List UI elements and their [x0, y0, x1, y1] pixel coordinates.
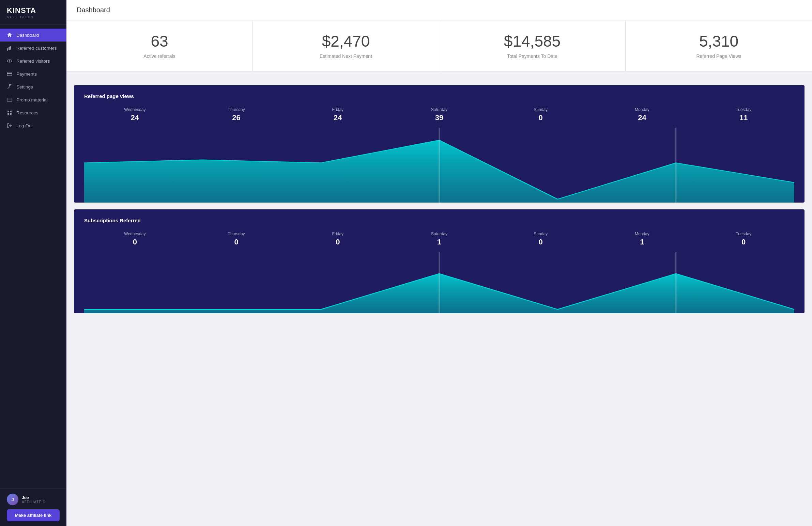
- chart-day-2: Friday: [287, 107, 389, 112]
- chart-col-6: Tuesday 0: [693, 231, 794, 252]
- chart-col-5: Monday 24: [592, 107, 693, 128]
- sidebar-item-label: Log Out: [16, 123, 33, 129]
- chart-col-1: Thursday 0: [186, 231, 287, 252]
- subs-columns: Wednesday 0 Thursday 0 Friday 0 Saturday…: [84, 231, 794, 252]
- chart-day-3: Saturday: [389, 107, 490, 112]
- eye-icon: [7, 58, 12, 64]
- page-title: Dashboard: [77, 6, 802, 14]
- sidebar-item-referred-visitors[interactable]: Referred visitors: [0, 55, 67, 67]
- main-content-area: Dashboard 63 Active referrals $2,470 Est…: [67, 0, 812, 526]
- chart-num-3: 39: [389, 114, 490, 122]
- subs-chart-svg-wrap: [84, 252, 794, 313]
- logo-sub: AFFILIATES: [7, 15, 60, 19]
- chart-col-1: Thursday 26: [186, 107, 287, 128]
- chart-col-4: Sunday 0: [490, 231, 592, 252]
- chart-col-2: Friday 24: [287, 107, 389, 128]
- chart-num-5: 1: [592, 238, 693, 246]
- charts-area: Referred page views Wednesday 24 Thursda…: [67, 78, 812, 327]
- chart-day-5: Monday: [592, 107, 693, 112]
- sidebar-item-promo-material[interactable]: Promo material: [0, 93, 67, 106]
- sidebar: KINSTA AFFILIATES Dashboard Referred cus…: [0, 0, 67, 526]
- chart-col-3: Saturday 39: [389, 107, 490, 128]
- logo-area: KINSTA AFFILIATES: [0, 0, 67, 25]
- chart-num-0: 24: [84, 114, 186, 122]
- nav: Dashboard Referred customers Referred vi…: [0, 25, 67, 489]
- chart-col-3: Saturday 1: [389, 231, 490, 252]
- sidebar-item-payments[interactable]: Payments: [0, 67, 67, 80]
- chart-col-4: Sunday 0: [490, 107, 592, 128]
- home-icon: [7, 32, 12, 38]
- sidebar-item-label: Settings: [16, 85, 33, 90]
- svg-rect-6: [10, 111, 12, 112]
- sidebar-item-settings[interactable]: Settings: [0, 80, 67, 93]
- stat-card-0: 63 Active referrals: [67, 20, 253, 71]
- chart-num-3: 1: [389, 238, 490, 246]
- user-id: AFFILIATEID: [22, 500, 46, 504]
- svg-rect-4: [7, 98, 12, 102]
- sidebar-item-label: Dashboard: [16, 33, 39, 38]
- chart-num-2: 24: [287, 114, 389, 122]
- chart-num-6: 11: [693, 114, 794, 122]
- chart-col-5: Monday 1: [592, 231, 693, 252]
- subscriptions-chart: Subscriptions Referred Wednesday 0 Thurs…: [74, 209, 804, 313]
- logout-icon: [7, 123, 12, 129]
- chart-col-0: Wednesday 0: [84, 231, 186, 252]
- user-name: Joe: [22, 495, 46, 500]
- chart-day-6: Tuesday: [693, 231, 794, 236]
- stat-label-3: Referred Page Views: [636, 54, 802, 59]
- make-affiliate-link-button[interactable]: Make affiliate link: [7, 509, 60, 521]
- chart-day-1: Thursday: [186, 107, 287, 112]
- chart-day-0: Wednesday: [84, 107, 186, 112]
- avatar: J: [7, 494, 18, 505]
- chart-day-4: Sunday: [490, 231, 592, 236]
- stat-label-1: Estimated Next Payment: [263, 54, 429, 59]
- promo-icon: [7, 97, 12, 103]
- stat-card-3: 5,310 Referred Page Views: [626, 20, 812, 71]
- svg-rect-8: [10, 113, 12, 115]
- stat-card-2: $14,585 Total Payments To Date: [439, 20, 626, 71]
- user-info: Joe AFFILIATEID: [22, 495, 46, 504]
- pageviews-chart-svg-wrap: [84, 128, 794, 202]
- sidebar-item-referred-customers[interactable]: Referred customers: [0, 42, 67, 55]
- chart-day-2: Friday: [287, 231, 389, 236]
- stat-value-2: $14,585: [449, 33, 615, 50]
- pageviews-svg: [84, 128, 794, 202]
- sidebar-item-log-out[interactable]: Log Out: [0, 119, 67, 132]
- subs-svg: [84, 252, 794, 313]
- stat-value-1: $2,470: [263, 33, 429, 50]
- chart-day-4: Sunday: [490, 107, 592, 112]
- chart-col-6: Tuesday 11: [693, 107, 794, 128]
- subscriptions-chart-title: Subscriptions Referred: [84, 217, 794, 223]
- stat-value-3: 5,310: [636, 33, 802, 50]
- sidebar-item-label: Payments: [16, 72, 37, 77]
- chart-day-3: Saturday: [389, 231, 490, 236]
- chart-num-0: 0: [84, 238, 186, 246]
- sidebar-item-label: Referred visitors: [16, 59, 50, 64]
- chart-day-6: Tuesday: [693, 107, 794, 112]
- sidebar-item-dashboard[interactable]: Dashboard: [0, 29, 67, 42]
- chart-num-5: 24: [592, 114, 693, 122]
- svg-rect-3: [7, 73, 12, 74]
- svg-rect-7: [8, 113, 9, 115]
- chart-num-6: 0: [693, 238, 794, 246]
- user-row: J Joe AFFILIATEID: [7, 494, 60, 505]
- chart-col-0: Wednesday 24: [84, 107, 186, 128]
- sidebar-item-resources[interactable]: Resources: [0, 106, 67, 119]
- logo-name: KINSTA: [7, 6, 60, 15]
- chart-day-0: Wednesday: [84, 231, 186, 236]
- chart-num-1: 0: [186, 238, 287, 246]
- chart-col-2: Friday 0: [287, 231, 389, 252]
- card-icon: [7, 71, 12, 77]
- chart-day-1: Thursday: [186, 231, 287, 236]
- sidebar-item-label: Referred customers: [16, 46, 57, 51]
- stat-label-0: Active referrals: [77, 54, 242, 59]
- svg-rect-5: [8, 111, 9, 112]
- sidebar-item-label: Resources: [16, 110, 39, 116]
- pageviews-columns: Wednesday 24 Thursday 26 Friday 24 Satur…: [84, 107, 794, 128]
- resources-icon: [7, 110, 12, 116]
- chart-num-4: 0: [490, 238, 592, 246]
- svg-point-1: [9, 60, 10, 62]
- stat-cards: 63 Active referrals $2,470 Estimated Nex…: [67, 20, 812, 72]
- header: Dashboard: [67, 0, 812, 20]
- chart-day-5: Monday: [592, 231, 693, 236]
